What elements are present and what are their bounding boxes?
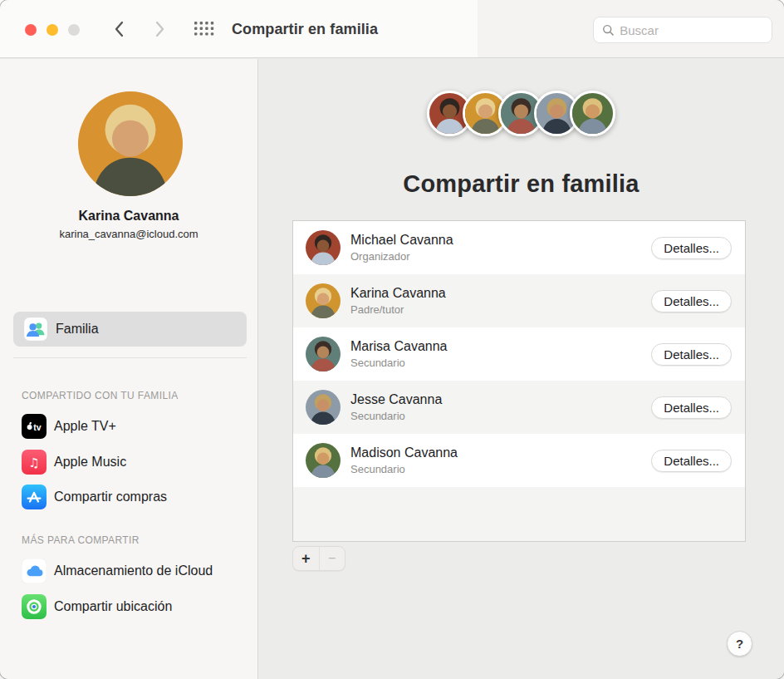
details-button[interactable]: Detalles... xyxy=(651,290,732,312)
close-window-button[interactable] xyxy=(25,24,37,36)
sidebar: Karina Cavanna karina_cavanna@icloud.com… xyxy=(0,59,258,679)
page-title: Compartir en familia xyxy=(258,170,784,198)
find-my-icon xyxy=(22,594,47,619)
sidebar-item-label: Compartir compras xyxy=(54,490,167,504)
apple-tv-icon: tv xyxy=(22,414,47,439)
user-avatar xyxy=(78,91,183,196)
show-all-preferences-button[interactable] xyxy=(194,22,214,40)
member-row-michael[interactable]: Michael Cavanna Organizador Detalles... xyxy=(293,221,745,274)
zoom-window-button[interactable] xyxy=(68,24,80,36)
member-role: Secundario xyxy=(350,463,641,475)
minimize-window-button[interactable] xyxy=(47,24,58,36)
sidebar-item-label: Compartir ubicación xyxy=(54,599,172,614)
back-button[interactable] xyxy=(110,19,128,39)
details-button[interactable]: Detalles... xyxy=(651,343,732,366)
toolbar: Compartir en familia xyxy=(0,0,784,58)
svg-text:♫: ♫ xyxy=(28,455,39,470)
member-name: Madison Cavanna xyxy=(350,445,641,460)
member-role: Secundario xyxy=(350,357,641,369)
sidebar-item-label: Apple Music xyxy=(54,455,126,470)
avatar-image xyxy=(78,91,183,196)
search-field[interactable] xyxy=(593,17,772,43)
member-info: Marisa Cavanna Secundario xyxy=(350,339,641,369)
family-members-list: Michael Cavanna Organizador Detalles... … xyxy=(292,220,746,542)
member-row-jesse[interactable]: Jesse Cavanna Secundario Detalles... xyxy=(293,381,745,434)
member-role: Secundario xyxy=(350,410,641,422)
member-avatar xyxy=(306,230,341,265)
member-row-marisa[interactable]: Marisa Cavanna Secundario Detalles... xyxy=(293,327,745,381)
add-remove-segmented-control: + − xyxy=(292,546,345,571)
remove-member-button[interactable]: − xyxy=(320,547,345,570)
family-icon xyxy=(24,317,47,341)
sidebar-item-icloud-storage[interactable]: Almacenamiento de iCloud xyxy=(22,556,246,586)
grid-icon xyxy=(194,22,214,37)
sidebar-item-compartir-ubicacion[interactable]: Compartir ubicación xyxy=(22,592,246,622)
main-panel: Compartir en familia Michael Cavanna Org… xyxy=(258,59,784,679)
member-name: Michael Cavanna xyxy=(350,233,641,248)
member-info: Michael Cavanna Organizador xyxy=(350,233,641,263)
add-member-button[interactable]: + xyxy=(293,547,320,570)
member-role: Padre/tutor xyxy=(350,303,641,316)
sidebar-item-apple-music[interactable]: ♫ Apple Music xyxy=(22,447,246,477)
member-role: Organizador xyxy=(350,250,641,263)
sidebar-divider xyxy=(13,357,247,358)
member-info: Jesse Cavanna Secundario xyxy=(350,392,641,422)
member-row-karina[interactable]: Karina Cavanna Padre/tutor Detalles... xyxy=(293,274,745,327)
family-avatars-cluster xyxy=(258,91,784,136)
forward-button[interactable] xyxy=(151,19,169,39)
app-store-icon xyxy=(22,485,47,509)
chevron-left-icon xyxy=(114,21,124,37)
search-input[interactable] xyxy=(620,23,763,37)
sidebar-item-label: Almacenamiento de iCloud xyxy=(54,563,213,578)
window-title: Compartir en familia xyxy=(232,0,378,58)
member-info: Madison Cavanna Secundario xyxy=(350,445,641,475)
member-row-madison[interactable]: Madison Cavanna Secundario Detalles... xyxy=(293,434,745,487)
member-avatar xyxy=(306,390,341,425)
sidebar-item-apple-tv[interactable]: tv Apple TV+ xyxy=(22,411,246,441)
family-avatar-madison xyxy=(570,91,615,136)
member-avatar xyxy=(306,337,341,371)
section-header-shared: COMPARTIDO CON TU FAMILIA xyxy=(22,390,179,401)
svg-text:tv: tv xyxy=(33,422,41,432)
details-button[interactable]: Detalles... xyxy=(651,396,732,419)
user-name: Karina Cavanna xyxy=(0,209,257,224)
apple-music-icon: ♫ xyxy=(22,450,47,475)
sidebar-item-compartir-compras[interactable]: Compartir compras xyxy=(22,482,246,512)
sidebar-item-label: Apple TV+ xyxy=(54,419,116,434)
member-avatar xyxy=(306,283,341,318)
member-name: Karina Cavanna xyxy=(350,286,641,301)
section-header-more: MÁS PARA COMPARTIR xyxy=(22,534,140,546)
sidebar-item-familia[interactable]: Familia xyxy=(13,312,247,347)
member-name: Marisa Cavanna xyxy=(350,339,641,354)
member-name: Jesse Cavanna xyxy=(350,392,641,407)
details-button[interactable]: Detalles... xyxy=(651,237,732,259)
help-button[interactable]: ? xyxy=(727,631,752,657)
chevron-right-icon xyxy=(155,21,165,37)
user-email: karina_cavanna@icloud.com xyxy=(0,228,257,240)
search-icon xyxy=(602,23,614,37)
sidebar-item-label: Familia xyxy=(56,322,99,337)
member-avatar xyxy=(306,443,341,478)
details-button[interactable]: Detalles... xyxy=(651,450,732,472)
family-sharing-window: Compartir en familia Karina Cavanna kari… xyxy=(0,0,784,679)
member-info: Karina Cavanna Padre/tutor xyxy=(350,286,641,316)
icloud-icon xyxy=(22,558,47,583)
